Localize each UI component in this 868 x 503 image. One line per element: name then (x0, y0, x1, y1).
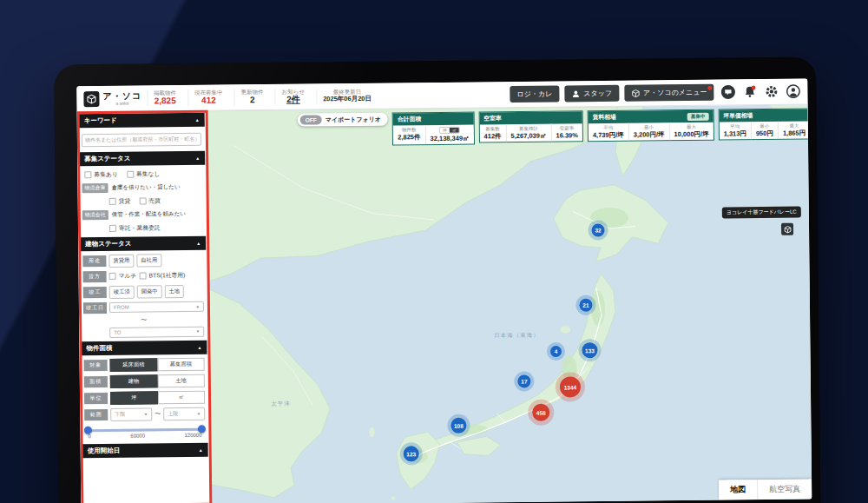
slider-handle-max[interactable] (198, 425, 206, 433)
completion-row: 竣工 竣工済 開発中 土地 (79, 282, 208, 301)
section-header-start-date[interactable]: 使用開始日 ▲ (82, 442, 208, 458)
unit-segmented-control: 坪 ㎡ (110, 390, 205, 404)
cluster-marker[interactable]: 108 (450, 418, 466, 434)
cluster-marker[interactable]: 133 (582, 342, 597, 358)
monitor-bezel: ア・ソコ a soko 掲載物件 2,825 現在募集中 412 更新物件 2 … (54, 56, 822, 503)
stat-value: 412 (201, 96, 216, 106)
logistics-company-chip-row: 物流会社 保管・作業・配送を頼みたい (78, 207, 207, 222)
checkbox-label: 賃貸 (119, 196, 131, 205)
completion-date-from-row: 竣工日 FROM ▼ (79, 299, 208, 315)
checkbox-box[interactable] (109, 197, 116, 204)
unit-mini-toggle[interactable]: 坪 ㎡ (439, 127, 460, 134)
range-row: 範囲 下限 ▼ 〜 上限 ▼ (80, 405, 209, 423)
bell-icon[interactable] (742, 84, 757, 99)
staff-button[interactable]: スタッフ (564, 85, 619, 103)
total-floor-area-segment[interactable]: 延床面積 (110, 358, 158, 372)
stat-value: 2,825 (155, 96, 176, 107)
section-header-property-area[interactable]: 物件面積 ▲ (81, 340, 207, 355)
rent-market-panel: 賃料相場 募集中 平均 4,739円/坪 最小 3,200円/坪 最大 10,0… (588, 109, 714, 142)
filter-sidebar: キーワード ▲ 募集ステータス ▲ 募集あり 募集なし 物流倉庫 倉庫を借りたい… (77, 111, 212, 503)
land-segment[interactable]: 土地 (157, 374, 205, 387)
checkbox-rental[interactable]: 賃貸 (109, 196, 131, 205)
panel-col-value: 1,865円 (783, 129, 806, 136)
checkbox-box[interactable] (84, 171, 91, 178)
warehouse-chip-row: 物流倉庫 倉庫を借りたい・貸したい (77, 180, 207, 195)
building-segment[interactable]: 建物 (110, 374, 158, 388)
slider-handle-min[interactable] (84, 427, 92, 434)
recruiting-badge[interactable]: 募集中 (687, 112, 709, 120)
collapse-icon: ▲ (197, 344, 201, 349)
cluster-marker[interactable]: 17 (517, 374, 530, 387)
stat-notifications[interactable]: お知らせ 2件 (275, 89, 312, 105)
satellite-view-button[interactable]: 航空写真 (757, 479, 812, 500)
section-title: キーワード (84, 116, 117, 125)
in-development-button[interactable]: 開発中 (137, 285, 162, 298)
completed-button[interactable]: 竣工済 (109, 285, 135, 298)
range-min-input[interactable]: 下限 ▼ (110, 407, 152, 421)
cluster-marker[interactable]: 32 (591, 223, 604, 236)
button-label: ロジ・カレ (517, 89, 553, 99)
spacer-chip (83, 330, 107, 334)
section-header-keyword[interactable]: キーワード ▲ (79, 113, 205, 129)
checkbox-sale[interactable]: 売買 (139, 196, 161, 205)
tsubo-segment[interactable]: 坪 (110, 391, 158, 405)
checkbox-consignment[interactable]: 寄託・業務委託 (109, 223, 161, 233)
map-view-button[interactable]: 地図 (719, 480, 757, 500)
area-segmented-control: 建物 土地 (110, 374, 205, 387)
cluster-marker[interactable]: 458 (532, 404, 549, 421)
sea-of-japan-label: 日本海（東海） (494, 332, 540, 341)
app-logo[interactable]: ア・ソコ a soko (83, 90, 141, 107)
map-tooltip: ヨコレイ十勝フードバレーLC (722, 207, 801, 219)
cluster-marker[interactable]: 1344 (560, 376, 581, 397)
warehouse-chip: 物流倉庫 (82, 182, 108, 192)
checkbox-not-recruiting[interactable]: 募集なし (127, 169, 161, 178)
checkbox-bts[interactable]: BTS(1社専用) (139, 271, 185, 281)
completion-date-to-input[interactable]: TO ▼ (109, 326, 204, 337)
chat-icon[interactable] (720, 84, 735, 99)
asoko-menu-button[interactable]: ア・ソコのメニュー (624, 84, 714, 102)
stat-value-link[interactable]: 2件 (286, 95, 300, 105)
range-max-input[interactable]: 上限 ▼ (163, 407, 205, 420)
completion-chip: 竣工 (83, 286, 107, 297)
account-icon[interactable] (786, 84, 800, 99)
chevron-down-icon: ▼ (196, 329, 201, 334)
gear-icon[interactable] (764, 84, 779, 99)
target-segmented-control: 延床面積 募集面積 (110, 357, 205, 371)
cluster-marker[interactable]: 4 (550, 346, 562, 357)
sqm-segment[interactable]: ㎡ (157, 390, 205, 404)
vacancy-rate-panel: 空室率 募集数 412件 募集棟計 5,267,039㎡ 空室率 16.39% (478, 110, 583, 142)
japan-map-graphic (207, 105, 812, 503)
checkbox-box[interactable] (109, 273, 116, 280)
section-header-building-status[interactable]: 建物ステータス ▲ (80, 235, 206, 251)
cluster-marker[interactable]: 123 (404, 446, 419, 461)
toggle-state[interactable]: OFF (300, 115, 322, 124)
panel-col-value: 5,267,039㎡ (511, 131, 547, 139)
keyword-input[interactable] (82, 132, 201, 146)
checkbox-box[interactable] (139, 272, 146, 279)
checkbox-multi[interactable]: マルチ (109, 272, 137, 281)
unit-sqm[interactable]: ㎡ (450, 128, 459, 133)
unit-tsubo[interactable]: 坪 (440, 128, 450, 133)
panel-col: 募集棟計 5,267,039㎡ (505, 124, 550, 142)
checkbox-label: 募集なし (136, 169, 161, 178)
collapse-icon: ▲ (195, 155, 200, 160)
usage-rental-button[interactable]: 賃貸用 (108, 254, 134, 267)
checkbox-recruiting[interactable]: 募集あり (84, 169, 118, 178)
land-button[interactable]: 土地 (164, 285, 184, 298)
cluster-marker[interactable]: 21 (579, 299, 592, 312)
completion-date-from-input[interactable]: FROM ▼ (109, 301, 204, 313)
checkbox-box[interactable] (127, 170, 134, 177)
recruiting-area-segment[interactable]: 募集面積 (157, 357, 205, 371)
property-cube-marker[interactable] (781, 223, 793, 235)
my-portfolio-toggle[interactable]: OFF マイポートフォリオ (298, 113, 388, 127)
checkbox-box[interactable] (109, 224, 116, 231)
usage-own-button[interactable]: 自社用 (136, 254, 161, 267)
logi-cale-button[interactable]: ロジ・カレ (510, 86, 559, 103)
checkbox-label: マルチ (119, 272, 137, 281)
map-canvas[interactable]: 日本海（東海） 太平洋 OFF マイポートフォリオ 合計面積 物件数 2,825… (207, 105, 812, 503)
checkbox-box[interactable] (139, 197, 146, 204)
area-chip: 面積 (84, 375, 108, 387)
section-header-recruit-status[interactable]: 募集ステータス ▲ (79, 150, 205, 166)
range-chip: 範囲 (84, 408, 108, 420)
panel-col-value: 32,138,349㎡ (430, 135, 469, 142)
